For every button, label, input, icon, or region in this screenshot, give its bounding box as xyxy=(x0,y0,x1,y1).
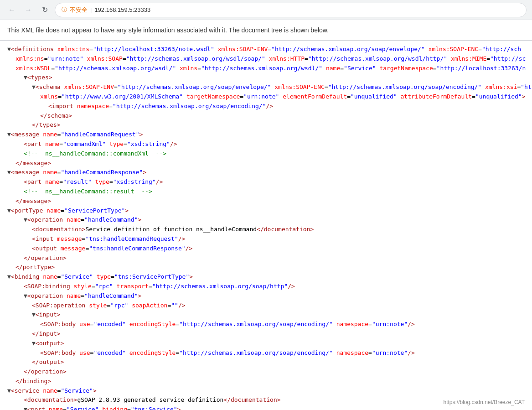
xml-content: ▼<definitions xmlns:tns="http://localhos… xyxy=(0,41,532,410)
xml-line: ▼<binding name="Service" type="tns:Servi… xyxy=(7,272,525,282)
collapse-triangle[interactable]: ▼ xyxy=(7,169,11,176)
xml-line: ▼<service name="Service"> xyxy=(7,386,525,396)
reload-button[interactable]: ↻ xyxy=(38,4,51,16)
xml-line: <output message="tns:handleCommandRespon… xyxy=(7,244,525,254)
xml-line: </types> xyxy=(7,120,525,130)
xml-line: <SOAP:operation style="rpc" soapAction="… xyxy=(7,301,525,311)
xml-line: <SOAP:body use="encoded" encodingStyle="… xyxy=(7,320,525,329)
xml-line: xmlns:WSDL="http://schemas.xmlsoap.org/w… xyxy=(7,64,525,73)
xml-line: ▼<definitions xmlns:tns="http://localhos… xyxy=(7,45,525,54)
security-label: 不安全 xyxy=(70,6,88,14)
collapse-triangle[interactable]: ▼ xyxy=(24,216,27,223)
xml-line: <SOAP:body use="encoded" encodingStyle="… xyxy=(7,348,525,358)
xml-line: ▼<operation name="handleCommand"> xyxy=(7,215,525,225)
separator: | xyxy=(90,6,92,13)
xml-line: ▼<output> xyxy=(7,339,525,348)
xml-line: <documentation>Service definition of fun… xyxy=(7,225,525,234)
collapse-triangle[interactable]: ▼ xyxy=(24,292,27,299)
footer-watermark: https://blog.csdn.net/Breeze_CAT xyxy=(443,399,525,405)
xml-line: </binding> xyxy=(7,377,525,386)
collapse-triangle[interactable]: ▼ xyxy=(32,340,36,347)
xml-line: ▼<portType name="ServicePortType"> xyxy=(7,206,525,216)
xml-line: <!-- ns__handleCommand::commandXml --> xyxy=(7,149,525,159)
xml-line: ▼<port name="Service" binding="tns:Servi… xyxy=(7,405,525,410)
collapse-triangle[interactable]: ▼ xyxy=(7,387,11,394)
xml-line: ▼<input> xyxy=(7,310,525,320)
xml-line: xmlns="http://www.w3.org/2001/XMLSchema"… xyxy=(7,92,525,102)
xml-line: </operation> xyxy=(7,254,525,263)
xml-line: </portType> xyxy=(7,263,525,272)
xml-line: </message> xyxy=(7,197,525,206)
collapse-triangle[interactable]: ▼ xyxy=(32,311,36,318)
footer-text: https://blog.csdn.net/Breeze_CAT xyxy=(443,399,525,405)
xml-line: <part name="result" type="xsd:string"/> xyxy=(7,177,525,187)
collapse-triangle[interactable]: ▼ xyxy=(24,74,27,81)
xml-line: ▼<types> xyxy=(7,73,525,83)
xml-line: <SOAP:binding style="rpc" transport="htt… xyxy=(7,282,525,291)
xml-line: </input> xyxy=(7,329,525,339)
url-text: 192.168.159.5:23333 xyxy=(94,6,150,13)
collapse-triangle[interactable]: ▼ xyxy=(7,207,11,214)
info-banner: This XML file does not appear to have an… xyxy=(0,20,532,41)
back-button[interactable]: ← xyxy=(5,4,18,16)
xml-line: ▼<schema xmlns:SOAP-ENV="http://schemas.… xyxy=(7,83,525,92)
collapse-triangle[interactable]: ▼ xyxy=(7,46,11,52)
collapse-triangle[interactable]: ▼ xyxy=(7,273,11,280)
xml-line: </schema> xyxy=(7,111,525,121)
collapse-triangle[interactable]: ▼ xyxy=(7,131,11,138)
browser-chrome: ← → ↻ ⓘ 不安全 | 192.168.159.5:23333 xyxy=(0,0,532,20)
xml-line: <part name="commandXml" type="xsd:string… xyxy=(7,140,525,149)
xml-line: ▼<message name="handleCommandRequest"> xyxy=(7,130,525,140)
xml-line: </operation> xyxy=(7,367,525,377)
xml-line: </output> xyxy=(7,358,525,367)
forward-button[interactable]: → xyxy=(22,4,35,16)
collapse-triangle[interactable]: ▼ xyxy=(32,83,36,90)
xml-line: <import namespace="http://schemas.xmlsoa… xyxy=(7,102,525,111)
security-icon: ⓘ xyxy=(62,6,67,14)
xml-line: <input message="tns:handleCommandRequest… xyxy=(7,234,525,244)
xml-line: xmlns:ns="urn:note" xmlns:SOAP="http://s… xyxy=(7,54,525,64)
banner-text: This XML file does not appear to have an… xyxy=(7,26,329,34)
xml-line: ▼<message name="handleCommandResponse"> xyxy=(7,168,525,177)
xml-line: <!-- ns__handleCommand::result --> xyxy=(7,187,525,197)
xml-line: </message> xyxy=(7,159,525,168)
address-bar[interactable]: ⓘ 不安全 | 192.168.159.5:23333 xyxy=(55,3,527,17)
collapse-triangle[interactable]: ▼ xyxy=(24,406,27,410)
xml-line: ▼<operation name="handleCommand"> xyxy=(7,291,525,301)
